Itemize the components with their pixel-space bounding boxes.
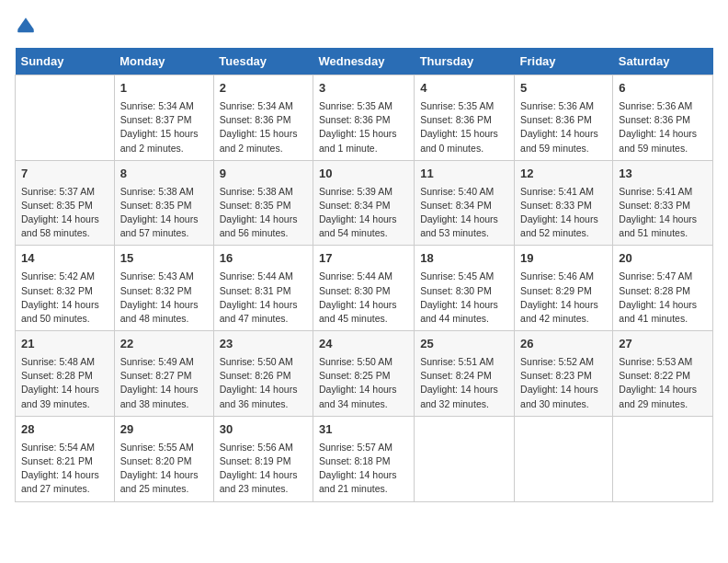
day-info: Sunrise: 5:50 AMSunset: 8:26 PMDaylight:… — [220, 355, 307, 411]
calendar-cell: 17Sunrise: 5:44 AMSunset: 8:30 PMDayligh… — [313, 246, 414, 331]
day-info: Sunrise: 5:34 AMSunset: 8:37 PMDaylight:… — [120, 99, 208, 155]
day-info: Sunrise: 5:54 AMSunset: 8:21 PMDaylight:… — [21, 441, 108, 497]
week-row-1: 1Sunrise: 5:34 AMSunset: 8:37 PMDaylight… — [16, 75, 713, 161]
calendar-cell: 9Sunrise: 5:38 AMSunset: 8:35 PMDaylight… — [213, 160, 313, 246]
svg-marker-0 — [17, 17, 34, 29]
day-number: 18 — [420, 250, 508, 268]
calendar-cell: 27Sunrise: 5:53 AMSunset: 8:22 PMDayligh… — [613, 331, 713, 417]
day-number: 10 — [319, 166, 408, 183]
calendar-cell: 10Sunrise: 5:39 AMSunset: 8:34 PMDayligh… — [313, 160, 414, 246]
calendar-cell: 23Sunrise: 5:50 AMSunset: 8:26 PMDayligh… — [213, 331, 313, 417]
calendar-cell: 24Sunrise: 5:50 AMSunset: 8:25 PMDayligh… — [313, 331, 414, 417]
day-info: Sunrise: 5:37 AMSunset: 8:35 PMDaylight:… — [21, 185, 108, 241]
day-info: Sunrise: 5:45 AMSunset: 8:30 PMDaylight:… — [420, 270, 508, 326]
day-number: 29 — [120, 421, 208, 439]
day-info: Sunrise: 5:41 AMSunset: 8:33 PMDaylight:… — [619, 185, 707, 241]
week-row-4: 21Sunrise: 5:48 AMSunset: 8:28 PMDayligh… — [16, 331, 713, 417]
calendar-cell: 29Sunrise: 5:55 AMSunset: 8:20 PMDayligh… — [114, 416, 213, 501]
day-info: Sunrise: 5:55 AMSunset: 8:20 PMDaylight:… — [120, 441, 208, 497]
day-info: Sunrise: 5:40 AMSunset: 8:34 PMDaylight:… — [420, 185, 508, 241]
column-header-wednesday: Wednesday — [313, 48, 414, 75]
day-info: Sunrise: 5:48 AMSunset: 8:28 PMDaylight:… — [21, 355, 108, 411]
day-info: Sunrise: 5:44 AMSunset: 8:30 PMDaylight:… — [319, 270, 408, 326]
day-info: Sunrise: 5:39 AMSunset: 8:34 PMDaylight:… — [319, 185, 408, 241]
calendar-cell: 19Sunrise: 5:46 AMSunset: 8:29 PMDayligh… — [515, 246, 613, 331]
day-info: Sunrise: 5:43 AMSunset: 8:32 PMDaylight:… — [120, 270, 208, 326]
day-info: Sunrise: 5:50 AMSunset: 8:25 PMDaylight:… — [319, 355, 408, 411]
calendar-cell: 1Sunrise: 5:34 AMSunset: 8:37 PMDaylight… — [114, 75, 213, 161]
day-number: 11 — [420, 166, 508, 183]
calendar-cell: 12Sunrise: 5:41 AMSunset: 8:33 PMDayligh… — [515, 160, 613, 246]
day-number: 24 — [319, 336, 408, 353]
day-info: Sunrise: 5:38 AMSunset: 8:35 PMDaylight:… — [120, 185, 208, 241]
day-number: 21 — [21, 336, 108, 353]
calendar-cell: 3Sunrise: 5:35 AMSunset: 8:36 PMDaylight… — [313, 75, 414, 161]
column-header-monday: Monday — [114, 48, 213, 75]
day-number: 3 — [319, 80, 408, 98]
day-number: 14 — [21, 250, 108, 268]
calendar-cell: 28Sunrise: 5:54 AMSunset: 8:21 PMDayligh… — [16, 416, 115, 501]
week-row-3: 14Sunrise: 5:42 AMSunset: 8:32 PMDayligh… — [16, 246, 713, 331]
calendar-cell: 25Sunrise: 5:51 AMSunset: 8:24 PMDayligh… — [415, 331, 515, 417]
page-header — [15, 15, 713, 37]
column-header-sunday: Sunday — [16, 48, 115, 75]
day-info: Sunrise: 5:42 AMSunset: 8:32 PMDaylight:… — [21, 270, 108, 326]
day-number: 22 — [120, 336, 208, 353]
week-row-5: 28Sunrise: 5:54 AMSunset: 8:21 PMDayligh… — [16, 416, 713, 501]
day-info: Sunrise: 5:34 AMSunset: 8:36 PMDaylight:… — [220, 99, 307, 155]
calendar-cell: 30Sunrise: 5:56 AMSunset: 8:19 PMDayligh… — [213, 416, 313, 501]
day-info: Sunrise: 5:57 AMSunset: 8:18 PMDaylight:… — [319, 441, 408, 497]
day-info: Sunrise: 5:38 AMSunset: 8:35 PMDaylight:… — [220, 185, 307, 241]
column-header-tuesday: Tuesday — [213, 48, 313, 75]
day-info: Sunrise: 5:36 AMSunset: 8:36 PMDaylight:… — [619, 99, 707, 155]
day-info: Sunrise: 5:41 AMSunset: 8:33 PMDaylight:… — [520, 185, 607, 241]
calendar-cell: 8Sunrise: 5:38 AMSunset: 8:35 PMDaylight… — [114, 160, 213, 246]
day-number: 1 — [120, 80, 208, 98]
day-number: 31 — [319, 421, 408, 439]
day-number: 30 — [220, 421, 307, 439]
calendar-cell: 14Sunrise: 5:42 AMSunset: 8:32 PMDayligh… — [16, 246, 115, 331]
calendar-cell: 2Sunrise: 5:34 AMSunset: 8:36 PMDaylight… — [213, 75, 313, 161]
calendar-cell: 16Sunrise: 5:44 AMSunset: 8:31 PMDayligh… — [213, 246, 313, 331]
day-number: 19 — [520, 250, 607, 268]
day-number: 8 — [120, 166, 208, 183]
day-info: Sunrise: 5:35 AMSunset: 8:36 PMDaylight:… — [319, 99, 408, 155]
day-number: 2 — [220, 80, 307, 98]
day-number: 28 — [21, 421, 108, 439]
calendar-cell — [515, 416, 613, 501]
day-number: 23 — [220, 336, 307, 353]
day-number: 6 — [619, 80, 707, 98]
logo-icon — [15, 15, 37, 37]
day-info: Sunrise: 5:49 AMSunset: 8:27 PMDaylight:… — [120, 355, 208, 411]
calendar-cell: 22Sunrise: 5:49 AMSunset: 8:27 PMDayligh… — [114, 331, 213, 417]
calendar-cell: 5Sunrise: 5:36 AMSunset: 8:36 PMDaylight… — [515, 75, 613, 161]
column-header-saturday: Saturday — [613, 48, 713, 75]
day-info: Sunrise: 5:51 AMSunset: 8:24 PMDaylight:… — [420, 355, 508, 411]
calendar-cell — [16, 75, 115, 161]
day-number: 9 — [220, 166, 307, 183]
column-headers: SundayMondayTuesdayWednesdayThursdayFrid… — [16, 48, 713, 75]
day-number: 16 — [220, 250, 307, 268]
calendar-cell — [415, 416, 515, 501]
calendar-cell: 6Sunrise: 5:36 AMSunset: 8:36 PMDaylight… — [613, 75, 713, 161]
column-header-thursday: Thursday — [415, 48, 515, 75]
calendar-table: SundayMondayTuesdayWednesdayThursdayFrid… — [15, 48, 713, 502]
week-row-2: 7Sunrise: 5:37 AMSunset: 8:35 PMDaylight… — [16, 160, 713, 246]
day-info: Sunrise: 5:52 AMSunset: 8:23 PMDaylight:… — [520, 355, 607, 411]
logo — [15, 15, 40, 37]
day-number: 17 — [319, 250, 408, 268]
calendar-cell — [613, 416, 713, 501]
day-info: Sunrise: 5:47 AMSunset: 8:28 PMDaylight:… — [619, 270, 707, 326]
calendar-cell: 4Sunrise: 5:35 AMSunset: 8:36 PMDaylight… — [415, 75, 515, 161]
day-number: 4 — [420, 80, 508, 98]
calendar-cell: 13Sunrise: 5:41 AMSunset: 8:33 PMDayligh… — [613, 160, 713, 246]
day-info: Sunrise: 5:44 AMSunset: 8:31 PMDaylight:… — [220, 270, 307, 326]
calendar-cell: 21Sunrise: 5:48 AMSunset: 8:28 PMDayligh… — [16, 331, 115, 417]
day-info: Sunrise: 5:36 AMSunset: 8:36 PMDaylight:… — [520, 99, 607, 155]
day-info: Sunrise: 5:53 AMSunset: 8:22 PMDaylight:… — [619, 355, 707, 411]
day-number: 5 — [520, 80, 607, 98]
calendar-cell: 11Sunrise: 5:40 AMSunset: 8:34 PMDayligh… — [415, 160, 515, 246]
day-number: 13 — [619, 166, 707, 183]
day-number: 27 — [619, 336, 707, 353]
day-number: 25 — [420, 336, 508, 353]
